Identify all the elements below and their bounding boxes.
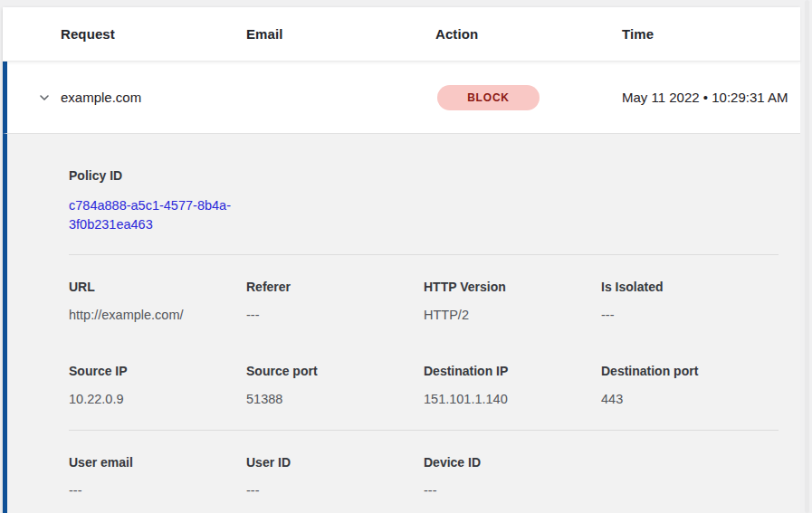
field-destination-port: Destination port 443	[601, 364, 779, 406]
field-label: Destination IP	[424, 364, 601, 378]
action-block-badge: BLOCK	[437, 85, 540, 110]
policy-id-label: Policy ID	[69, 168, 779, 183]
field-source-ip: Source IP 10.22.0.9	[69, 364, 246, 406]
chevron-down-icon[interactable]	[37, 90, 52, 105]
field-label: Device ID	[424, 455, 601, 470]
field-label: User ID	[246, 455, 424, 470]
field-referer: Referer ---	[246, 280, 424, 322]
log-page: Request Email Action Time example.com BL…	[0, 0, 812, 513]
field-value: ---	[424, 483, 601, 498]
field-value: ---	[246, 483, 424, 498]
field-destination-ip: Destination IP 151.101.1.140	[424, 364, 601, 406]
row-request-value: example.com	[61, 90, 246, 105]
field-value: 10.22.0.9	[69, 392, 246, 406]
field-label: Destination port	[601, 364, 779, 378]
field-value: ---	[601, 308, 779, 322]
column-header-time: Time	[622, 26, 800, 42]
table-row[interactable]: example.com BLOCK May 11 2022 • 10:29:31…	[3, 62, 800, 133]
section-divider	[69, 254, 779, 255]
field-user-id: User ID ---	[246, 455, 424, 498]
scrollbar-track[interactable]	[805, 0, 809, 513]
row-details-panel: Policy ID c784a888-a5c1-4577-8b4a-3f0b23…	[3, 133, 800, 513]
table-header-row: Request Email Action Time	[3, 7, 800, 62]
field-value: 51388	[246, 392, 424, 406]
field-value: 443	[601, 392, 779, 406]
page-gutter	[800, 0, 812, 513]
field-value: ---	[246, 308, 424, 322]
section-divider	[69, 430, 779, 431]
detail-fields-grid: URL http://example.com/ Referer --- HTTP…	[69, 280, 779, 406]
field-label: Referer	[246, 280, 424, 294]
policy-id-section: Policy ID c784a888-a5c1-4577-8b4a-3f0b23…	[69, 168, 779, 234]
field-label: HTTP Version	[424, 280, 601, 294]
field-label: User email	[69, 455, 246, 470]
column-header-email: Email	[246, 26, 435, 42]
row-expander[interactable]	[7, 90, 61, 105]
field-url: URL http://example.com/	[69, 280, 246, 322]
field-label: Source port	[246, 364, 424, 378]
field-label: Source IP	[69, 364, 246, 378]
column-header-request: Request	[61, 26, 246, 42]
row-action-cell: BLOCK	[435, 85, 622, 110]
field-value: HTTP/2	[424, 308, 601, 322]
policy-id-link[interactable]: c784a888-a5c1-4577-8b4a-3f0b231ea463	[69, 196, 246, 234]
field-device-id: Device ID ---	[424, 455, 601, 498]
row-time-value: May 11 2022 • 10:29:31 AM	[622, 87, 794, 109]
field-source-port: Source port 51388	[246, 364, 424, 406]
field-value: http://example.com/	[69, 308, 246, 322]
field-label: Is Isolated	[601, 280, 779, 294]
field-http-version: HTTP Version HTTP/2	[424, 280, 601, 322]
field-value: ---	[69, 483, 246, 498]
field-label: URL	[69, 280, 246, 294]
user-fields-grid: User email --- User ID --- Device ID ---	[69, 455, 779, 498]
log-table-card: Request Email Action Time example.com BL…	[3, 7, 800, 513]
column-header-action: Action	[435, 26, 622, 42]
field-is-isolated: Is Isolated ---	[601, 280, 779, 322]
field-user-email: User email ---	[69, 455, 246, 498]
field-value: 151.101.1.140	[424, 392, 601, 406]
